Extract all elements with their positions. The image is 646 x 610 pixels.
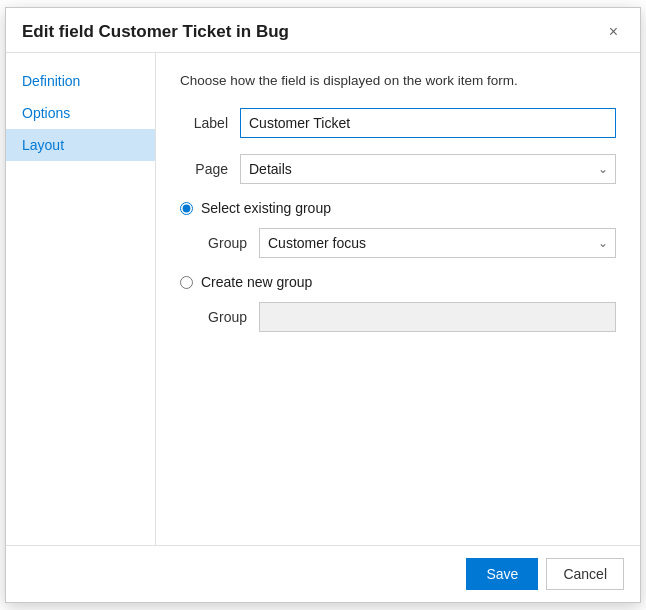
page-select-wrapper: Details Planning Classification ⌄ (240, 154, 616, 184)
radio-section: Select existing group Group Customer foc… (180, 200, 616, 332)
new-group-label-text: Group (204, 309, 259, 325)
create-new-group-row: Create new group (180, 274, 616, 290)
new-group-input[interactable] (259, 302, 616, 332)
dialog-header: Edit field Customer Ticket in Bug × (6, 8, 640, 53)
label-input[interactable] (240, 108, 616, 138)
dialog-body: Definition Options Layout Choose how the… (6, 53, 640, 545)
dialog-footer: Save Cancel (6, 545, 640, 602)
group-select[interactable]: Customer focus Development Testing (259, 228, 616, 258)
group-field-label: Group (204, 235, 259, 251)
dialog-title: Edit field Customer Ticket in Bug (22, 22, 289, 42)
page-select[interactable]: Details Planning Classification (240, 154, 616, 184)
description-text: Choose how the field is displayed on the… (180, 73, 616, 88)
cancel-button[interactable]: Cancel (546, 558, 624, 590)
create-new-radio[interactable] (180, 276, 193, 289)
group-select-wrapper: Customer focus Development Testing ⌄ (259, 228, 616, 258)
save-button[interactable]: Save (466, 558, 538, 590)
create-new-label[interactable]: Create new group (201, 274, 312, 290)
sidebar-item-layout[interactable]: Layout (6, 129, 155, 161)
page-field-label: Page (180, 161, 240, 177)
page-row: Page Details Planning Classification ⌄ (180, 154, 616, 184)
sidebar: Definition Options Layout (6, 53, 156, 545)
label-field-label: Label (180, 115, 240, 131)
select-existing-group-row: Select existing group (180, 200, 616, 216)
main-content: Choose how the field is displayed on the… (156, 53, 640, 545)
close-button[interactable]: × (603, 22, 624, 42)
select-existing-radio[interactable] (180, 202, 193, 215)
edit-field-dialog: Edit field Customer Ticket in Bug × Defi… (5, 7, 641, 603)
select-existing-label[interactable]: Select existing group (201, 200, 331, 216)
label-row: Label (180, 108, 616, 138)
existing-group-row: Group Customer focus Development Testing… (204, 228, 616, 258)
new-group-row: Group (204, 302, 616, 332)
sidebar-item-options[interactable]: Options (6, 97, 155, 129)
sidebar-item-definition[interactable]: Definition (6, 65, 155, 97)
